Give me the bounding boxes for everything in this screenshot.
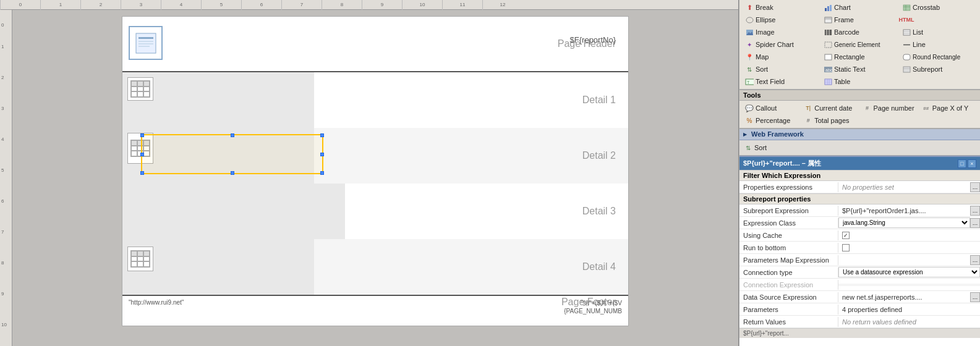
tool-item-callout[interactable]: 💬 Callout — [742, 102, 801, 114]
page-canvas[interactable]: Page Header $F{reportNo} — [12, 10, 738, 346]
svg-rect-5 — [825, 8, 827, 11]
palette-item-line[interactable]: Line — [899, 38, 978, 51]
palette-item-break[interactable]: ⬆ Break — [742, 1, 820, 14]
prop-header-buttons: □ × — [958, 159, 976, 168]
subreport-properties-header: Subreport properties — [739, 193, 980, 205]
prop-row-run-to-bottom: Run to bottom — [739, 242, 980, 254]
map-icon: 📍 — [745, 53, 754, 61]
ruler-numbers: 0 1 2 3 4 5 6 7 8 9 10 11 12 — [0, 0, 522, 10]
subreport-icon-pal — [902, 65, 911, 74]
handle-mr[interactable] — [320, 153, 324, 156]
handle-bm[interactable] — [231, 171, 234, 175]
detail1-label: Detail 1 — [582, 95, 616, 106]
palette-item-subreport[interactable]: Subreport — [899, 63, 978, 75]
header-report-icon — [135, 32, 157, 54]
palette-item-barcode[interactable]: Barcode — [820, 26, 899, 38]
selected-subreport-element[interactable] — [141, 134, 323, 174]
svg-rect-17 — [826, 30, 827, 35]
tool-item-page-number[interactable]: # Page number — [860, 102, 919, 114]
svg-rect-21 — [831, 30, 832, 35]
right-panel: ⬆ Break Chart Crosstab — [739, 0, 980, 346]
properties-close-btn[interactable]: × — [968, 159, 976, 168]
prop-row-subreport-expression: Subreport Expression $P{url}+"reportOrde… — [739, 205, 980, 217]
prop-btn-datasource-expression[interactable]: … — [970, 292, 980, 302]
prop-label-subreport-expression: Subreport Expression — [739, 206, 838, 216]
wf-sort-item[interactable]: ⇅ Sort — [741, 141, 979, 154]
handle-tm[interactable] — [231, 133, 234, 137]
palette-item-frame[interactable]: Frame — [820, 14, 899, 26]
prop-label-parameters-map: Parameters Map Expression — [739, 255, 838, 265]
prop-label-run-to-bottom: Run to bottom — [739, 243, 838, 253]
tool-item-page-x-of-y[interactable]: ## Page X of Y — [919, 102, 978, 114]
ruler-tick-3: 3 — [1, 106, 4, 111]
svg-rect-1 — [138, 37, 153, 39]
prop-btn-expression-class[interactable]: … — [970, 218, 980, 228]
prop-val-parameters-map — [838, 259, 970, 261]
prop-val-datasource-expression: new net.sf.jasperreports.... — [838, 292, 970, 302]
ruler-tick-4: 4 — [1, 137, 4, 142]
svg-text:T: T — [747, 80, 750, 85]
ruler-11: 11 — [442, 0, 482, 10]
prop-row-connection-type: Connection type Use a datasource express… — [739, 266, 980, 279]
ruler-8: 8 — [322, 0, 362, 10]
palette-item-image[interactable]: Image — [742, 26, 820, 38]
prop-footer: $P{url}+"report... — [739, 328, 980, 338]
table-icon — [824, 77, 832, 86]
handle-bl[interactable] — [140, 171, 144, 175]
prop-label-parameters: Parameters — [739, 305, 838, 314]
run-to-bottom-checkbox[interactable] — [842, 244, 850, 251]
prop-label-datasource-expression: Data Source Expression — [739, 292, 838, 302]
tool-item-current-date[interactable]: T| Current date — [801, 102, 859, 114]
palette-item-table[interactable]: Table — [820, 75, 899, 88]
handle-br[interactable] — [320, 171, 324, 175]
detail4-label: Detail 4 — [582, 261, 616, 272]
ellipse-icon — [745, 15, 754, 24]
handle-tl[interactable] — [140, 133, 144, 137]
tool-item-total-pages[interactable]: # Total pages — [801, 114, 859, 127]
svg-rect-19 — [829, 30, 829, 35]
prop-label-expression-class: Expression Class — [739, 218, 838, 228]
palette-item-sort[interactable]: ⇅ Sort — [742, 63, 820, 75]
ruler-7: 7 — [281, 0, 322, 10]
canvas-area: 0 1 2 3 4 5 6 7 8 9 10 11 12 0 1 2 3 4 5 — [0, 0, 739, 346]
palette-item-list[interactable]: List — [899, 26, 978, 38]
detail4-section: Detail 4 — [122, 239, 628, 295]
prop-btn-parameters-map[interactable]: … — [970, 255, 980, 265]
tool-item-percentage[interactable]: % Percentage — [742, 114, 801, 127]
web-framework-items: ⇅ Sort — [739, 140, 980, 156]
connection-type-select[interactable]: Use a datasource expression — [838, 267, 980, 277]
ruler-tick-1: 1 — [1, 44, 4, 49]
frame-icon — [824, 15, 832, 24]
expression-class-select[interactable]: java.lang.String — [838, 217, 970, 228]
page-footer-section: Page Footer "http://www.rui9.net" "第"+($… — [122, 295, 628, 326]
palette-item-round-rectangle[interactable]: Round Rectangle — [899, 51, 978, 63]
svg-rect-35 — [825, 79, 832, 85]
prop-row-return-values: Return Values No return values defined — [739, 316, 980, 328]
ruler-5: 5 — [201, 0, 241, 10]
ruler-tick-8: 8 — [1, 260, 4, 266]
palette-empty — [899, 75, 978, 88]
detail3-section: Detail 3 — [122, 184, 628, 239]
web-framework-header[interactable]: ▸ Web Framework — [739, 129, 980, 140]
properties-panel: $P{url}+"report.... – 属性 □ × Filter Whic… — [739, 156, 980, 346]
prop-btn-subreport-expression[interactable]: … — [970, 206, 980, 216]
palette-item-spider-chart[interactable]: ✦ Spider Chart — [742, 38, 820, 51]
using-cache-checkbox[interactable] — [842, 232, 850, 239]
palette-item-ellipse[interactable]: Ellipse — [742, 14, 820, 26]
palette-item-rectangle[interactable]: Rectangle — [820, 51, 899, 63]
palette-item-html[interactable]: HTML — [899, 14, 978, 26]
palette-item-map[interactable]: 📍 Map — [742, 51, 820, 63]
generic-element-icon — [824, 40, 832, 49]
palette-item-generic-element[interactable]: Generic Element — [820, 38, 899, 51]
prop-btn-properties-expressions[interactable]: … — [970, 182, 980, 192]
ruler-left: 0 1 2 3 4 5 6 7 8 9 10 — [0, 10, 12, 346]
palette-item-text-field[interactable]: T Text Field — [742, 75, 820, 88]
handle-ml[interactable] — [140, 153, 144, 156]
palette-item-static-text[interactable]: abc Static Text — [820, 63, 899, 75]
detail2-left — [122, 128, 314, 184]
palette-item-crosstab[interactable]: Crosstab — [899, 1, 978, 14]
palette-item-chart[interactable]: Chart — [820, 1, 899, 14]
handle-tr[interactable] — [320, 133, 324, 137]
ruler-1: 1 — [40, 0, 80, 10]
properties-maximize-btn[interactable]: □ — [958, 159, 966, 168]
